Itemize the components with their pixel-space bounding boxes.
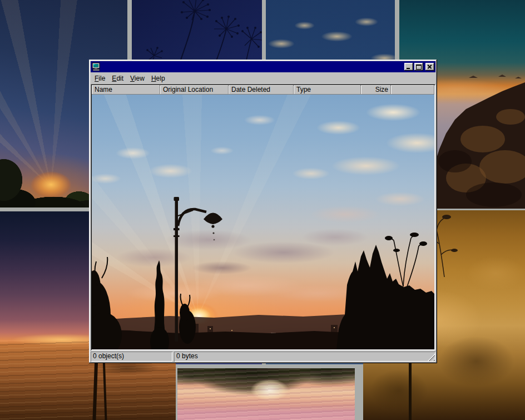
- left-bush-silhouette: [92, 257, 122, 349]
- file-list-view[interactable]: Name Original Location Date Deleted Type…: [91, 84, 435, 350]
- water-ripples: [177, 368, 355, 420]
- column-header-date-deleted[interactable]: Date Deleted: [229, 85, 294, 95]
- close-icon[interactable]: [425, 63, 434, 71]
- titlebar[interactable]: [91, 61, 435, 72]
- column-header-filler: [391, 85, 434, 95]
- column-header-type[interactable]: Type: [294, 85, 361, 95]
- small-tree-silhouette: [179, 294, 196, 344]
- fence-pole: [409, 360, 412, 420]
- status-object-count: 0 object(s): [91, 352, 172, 362]
- status-bar: 0 object(s) 0 bytes: [91, 352, 435, 362]
- wispy-leaf-clusters: [385, 233, 427, 252]
- minimize-icon[interactable]: [404, 63, 413, 71]
- column-header-row: Name Original Location Date Deleted Type…: [92, 85, 434, 95]
- menu-help[interactable]: Help: [148, 73, 169, 83]
- photo-silhouettes: [92, 95, 434, 349]
- column-header-size[interactable]: Size: [361, 85, 391, 95]
- menu-file[interactable]: File: [91, 73, 108, 83]
- menu-view[interactable]: View: [127, 73, 148, 83]
- flower-umbel-silhouettes: [132, 0, 262, 67]
- menu-bar: File Edit View Help: [91, 72, 435, 84]
- computer-icon: [92, 62, 101, 71]
- sunset-lamp-photo: [92, 95, 434, 349]
- status-byte-count: 0 bytes: [174, 352, 435, 362]
- column-header-name[interactable]: Name: [92, 85, 160, 95]
- right-trees-silhouette: [336, 245, 434, 349]
- menu-edit[interactable]: Edit: [108, 73, 127, 83]
- column-header-original-location[interactable]: Original Location: [160, 85, 229, 95]
- wallpaper-photo-reflection: [177, 368, 355, 420]
- recycle-bin-window: File Edit View Help Name Original Locati…: [89, 60, 437, 363]
- maximize-icon[interactable]: [414, 63, 423, 71]
- resize-grip-icon[interactable]: [428, 354, 435, 361]
